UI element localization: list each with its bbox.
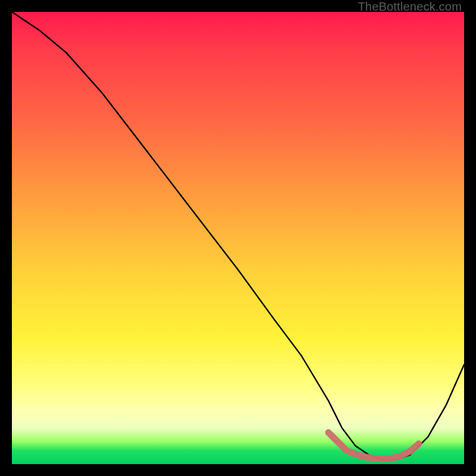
watermark-text: TheBottleneck.com [358,0,462,14]
curve-svg [12,12,464,464]
highlight-zone-path [328,433,419,459]
bottleneck-curve-path [12,12,464,459]
gradient-plot-area [12,12,464,464]
chart-frame: TheBottleneck.com [0,0,476,476]
